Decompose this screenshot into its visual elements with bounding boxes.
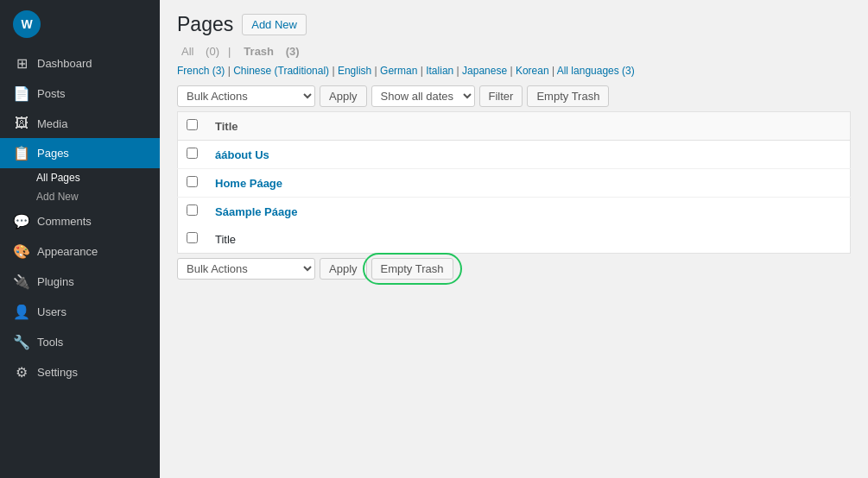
plugins-icon: 🔌 (13, 274, 30, 290)
top-toolbar: Bulk Actions Apply Show all dates Filter… (177, 85, 851, 107)
sidebar-item-pages[interactable]: 📋 Pages (0, 138, 160, 168)
table-body: áábout Us Home Páage Sáample Páage (178, 141, 851, 226)
row-checkbox[interactable] (187, 148, 198, 159)
sidebar-item-users[interactable]: 👤 Users (0, 297, 160, 327)
sidebar-sub-all-pages[interactable]: All Pages (0, 168, 160, 187)
sidebar-item-label: Settings (37, 366, 78, 379)
lang-german[interactable]: German (380, 65, 417, 77)
sidebar-item-label: Pages (37, 147, 69, 160)
lang-english[interactable]: English (338, 65, 371, 77)
table-row: Sáample Páage (178, 198, 851, 226)
sidebar-item-label: Dashboard (37, 57, 92, 70)
bottom-toolbar: Bulk Actions Apply Empty Trash (177, 258, 851, 280)
sidebar-sub-add-new[interactable]: Add New (0, 187, 160, 206)
all-filter-link[interactable]: All (0) (177, 45, 224, 58)
sidebar-item-plugins[interactable]: 🔌 Plugins (0, 267, 160, 297)
pages-icon: 📋 (13, 145, 30, 161)
sidebar-item-label: Tools (37, 336, 63, 349)
comments-icon: 💬 (13, 213, 30, 230)
row-title-link[interactable]: Sáample Páage (215, 205, 297, 218)
row-checkbox-cell (178, 198, 207, 226)
empty-trash-button-bottom[interactable]: Empty Trash (371, 258, 453, 280)
row-title-cell: áábout Us (206, 141, 851, 169)
apply-button-top[interactable]: Apply (320, 85, 367, 107)
tools-icon: 🔧 (13, 334, 30, 350)
wp-logo-area: W (0, 0, 160, 48)
pages-table: Title áábout Us Home Páage Sáam (177, 111, 851, 254)
sidebar-item-dashboard[interactable]: ⊞ Dashboard (0, 48, 160, 79)
users-icon: 👤 (13, 304, 30, 320)
table-header-row: Title (178, 112, 851, 141)
header-checkbox-col (178, 112, 207, 141)
settings-icon: ⚙ (13, 364, 30, 381)
select-all-footer-checkbox[interactable] (187, 232, 198, 243)
apply-button-bottom[interactable]: Apply (320, 258, 367, 280)
row-title-cell: Home Páage (206, 169, 851, 198)
table-row: áábout Us (178, 141, 851, 169)
row-checkbox-cell (178, 141, 207, 169)
sidebar: W ⊞ Dashboard 📄 Posts 🖼 Media 📋 Pages Al… (0, 0, 160, 478)
row-checkbox[interactable] (187, 176, 198, 187)
lang-korean[interactable]: Korean (516, 65, 549, 77)
posts-icon: 📄 (13, 85, 30, 102)
filter-button[interactable]: Filter (479, 85, 523, 107)
language-filter-bar: French (3) | Chinese (Traditional) | Eng… (177, 65, 851, 77)
sidebar-item-appearance[interactable]: 🎨 Appearance (0, 236, 160, 267)
media-icon: 🖼 (13, 116, 30, 131)
sidebar-item-label: Plugins (37, 275, 74, 288)
row-title-link[interactable]: Home Páage (215, 177, 282, 190)
sidebar-item-media[interactable]: 🖼 Media (0, 109, 160, 138)
lang-french[interactable]: French (3) (177, 65, 225, 77)
lang-all[interactable]: All languages (3) (557, 65, 635, 77)
footer-title-col: Title (206, 225, 851, 254)
sidebar-item-label: Comments (37, 215, 92, 228)
bulk-actions-select-top[interactable]: Bulk Actions (177, 85, 315, 107)
row-checkbox-cell (178, 169, 207, 198)
separator: | (228, 45, 231, 58)
row-title-link[interactable]: áábout Us (215, 148, 269, 161)
main-content: Pages Add New All (0) | Trash (3) French… (160, 0, 868, 478)
trash-filter-link[interactable]: Trash (3) (239, 45, 303, 58)
empty-trash-circled-wrapper: Empty Trash (371, 258, 453, 280)
wp-logo-icon: W (13, 10, 41, 38)
lang-chinese[interactable]: Chinese (Traditional) (233, 65, 329, 77)
dashboard-icon: ⊞ (13, 55, 30, 72)
select-all-checkbox[interactable] (187, 119, 198, 130)
sidebar-sub-label: All Pages (36, 172, 80, 184)
sidebar-item-posts[interactable]: 📄 Posts (0, 79, 160, 109)
empty-trash-button-top[interactable]: Empty Trash (527, 85, 609, 107)
sidebar-sub-label: Add New (36, 191, 79, 203)
sidebar-item-label: Media (37, 117, 67, 130)
bulk-actions-select-bottom[interactable]: Bulk Actions (177, 258, 315, 280)
page-header: Pages Add New (177, 13, 851, 36)
sidebar-item-tools[interactable]: 🔧 Tools (0, 327, 160, 357)
sidebar-item-label: Users (37, 305, 67, 318)
sidebar-item-comments[interactable]: 💬 Comments (0, 206, 160, 236)
page-title: Pages (177, 13, 233, 36)
lang-japanese[interactable]: Japanese (462, 65, 507, 77)
table-footer-row: Title (178, 225, 851, 254)
footer-checkbox-col (178, 225, 207, 254)
header-title-col: Title (206, 112, 851, 141)
sidebar-item-label: Posts (37, 87, 66, 100)
table-row: Home Páage (178, 169, 851, 198)
appearance-icon: 🎨 (13, 243, 30, 260)
add-new-button[interactable]: Add New (242, 14, 307, 35)
sidebar-item-label: Appearance (37, 245, 98, 258)
row-checkbox[interactable] (187, 204, 198, 216)
sidebar-item-settings[interactable]: ⚙ Settings (0, 357, 160, 387)
status-filter-bar: All (0) | Trash (3) (177, 45, 851, 58)
row-title-cell: Sáample Páage (206, 198, 851, 226)
lang-italian[interactable]: Italian (426, 65, 453, 77)
date-filter-select[interactable]: Show all dates (371, 85, 475, 107)
